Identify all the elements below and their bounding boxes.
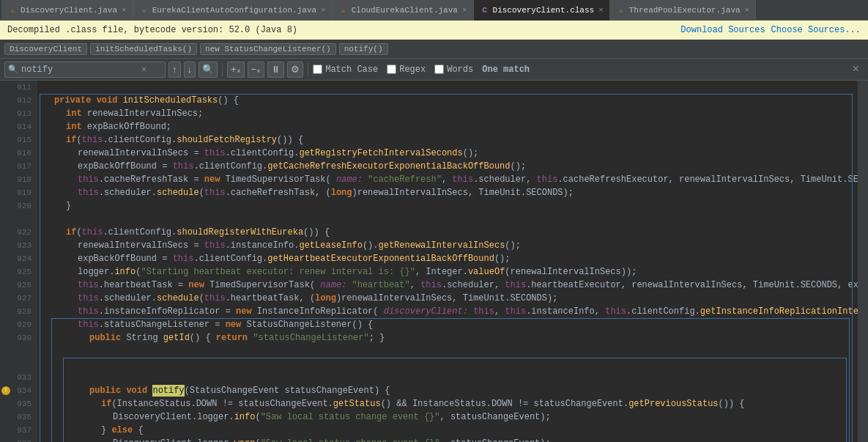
code-line-932 — [37, 358, 858, 371]
info-message: Decompiled .class file, bytecode version… — [7, 25, 297, 35]
code-line-918: this.cacheRefreshTask = new TimedSupervi… — [37, 173, 858, 186]
code-line-937: } else { — [37, 424, 858, 437]
search-next-button[interactable]: ↓ — [184, 62, 196, 78]
match-info: One match — [482, 65, 530, 75]
search-prev-button[interactable]: ↑ — [168, 62, 181, 78]
tab-label: DiscoveryClient.class — [493, 6, 595, 15]
line-num-934: ! 934 — [0, 384, 36, 397]
code-line-930: public String getId() { return "statusCh… — [37, 331, 858, 345]
search-pause-icon[interactable]: ⏸ — [267, 62, 284, 78]
code-line-913: int renewalIntervalInSecs; — [37, 107, 858, 120]
code-line-926: this.heartbeatTask = new TimedSupervisor… — [37, 279, 858, 292]
line-num-919: 919 — [0, 186, 36, 199]
code-line-920: } — [37, 199, 858, 213]
code-line-931 — [37, 345, 858, 358]
code-area: 911 912 913 914 915 916 917 918 919 920 … — [0, 81, 868, 442]
code-line-916: renewalIntervalInSecs = this.clientConfi… — [37, 147, 858, 160]
tab-label: CloudEurekaClient.java — [352, 6, 458, 15]
code-line-922: if(this.clientConfig.shouldRegisterWithE… — [37, 226, 858, 239]
line-num-931 — [0, 345, 36, 358]
line-num-916: 916 — [0, 147, 36, 160]
match-case-checkbox[interactable] — [313, 65, 322, 74]
tab-label: ThreadPoolExecutor.java — [629, 6, 741, 15]
code-line-929: this.statusChangeListener = new StatusCh… — [37, 318, 858, 331]
line-num-933: 933 — [0, 371, 36, 384]
tab-close-icon[interactable]: × — [598, 6, 604, 15]
breadcrumb-bar: DiscoveryClient initScheduledTasks() new… — [0, 40, 868, 59]
search-settings-icon[interactable]: ⚙ — [287, 62, 303, 78]
search-input[interactable] — [21, 65, 138, 75]
regex-checkbox[interactable] — [387, 65, 396, 74]
code-line-915: if(this.clientConfig.shouldFetchRegistry… — [37, 133, 858, 147]
code-line-925: logger.info("Starting heartbeat executor… — [37, 265, 858, 279]
tab-discovery-client-class[interactable]: C DiscoveryClient.class × — [474, 0, 610, 21]
search-find-button[interactable]: 🔍 — [199, 62, 218, 78]
tab-discovery-client-java[interactable]: ☕ DiscoveryClient.java × — [1, 0, 133, 21]
line-num-926: 926 — [0, 279, 36, 292]
search-add-icon[interactable]: +ₓ — [227, 62, 245, 78]
code-line-927: this.scheduler.schedule(this.heartbeatTa… — [37, 292, 858, 305]
search-separator — [222, 63, 223, 76]
code-line-924: expBackOffBound = this.clientConfig.getH… — [37, 252, 858, 265]
match-case-option[interactable]: Match Case — [313, 65, 378, 75]
download-sources-link[interactable]: Download Sources — [680, 25, 765, 35]
breadcrumb-init-scheduled-tasks[interactable]: initScheduledTasks() — [90, 43, 197, 55]
breadcrumb-discovery-client[interactable]: DiscoveryClient — [4, 43, 87, 55]
tab-label: DiscoveryClient.java — [21, 6, 117, 15]
tab-eureka-auto-config[interactable]: ☕ EurekaClientAutoConfiguration.java × — [133, 0, 333, 21]
match-case-label: Match Case — [325, 65, 378, 75]
code-line-933 — [37, 371, 858, 384]
code-line-935: if(InstanceStatus.DOWN != statusChangeEv… — [37, 397, 858, 410]
info-bar: Decompiled .class file, bytecode version… — [0, 21, 868, 40]
search-separator2 — [308, 63, 308, 76]
search-remove-icon[interactable]: −ₓ — [248, 62, 265, 78]
vertical-scrollbar[interactable] — [858, 81, 868, 442]
breadcrumb-new-status-listener[interactable]: new StatusChangeListener() — [200, 43, 336, 55]
line-num-935: 935 — [0, 397, 36, 410]
tab-close-icon[interactable]: × — [321, 6, 326, 15]
choose-sources-link[interactable]: Choose Sources... — [771, 25, 861, 35]
line-num-929: 929 — [0, 318, 36, 331]
code-line-919: this.scheduler.schedule(this.cacheRefres… — [37, 186, 858, 199]
line-num-912: 912 — [0, 94, 36, 107]
search-input-container: 🔍 ✕ — [4, 62, 166, 78]
code-line-912: private void initScheduledTasks() { — [37, 94, 858, 107]
line-num-914: 914 — [0, 120, 36, 133]
line-num-937: 937 — [0, 424, 36, 437]
code-content: private void initScheduledTasks() { int … — [37, 81, 858, 442]
java-icon: ☕ — [616, 5, 626, 15]
line-num-917: 917 — [0, 160, 36, 173]
tab-close-icon[interactable]: × — [745, 6, 750, 15]
line-num-911: 911 — [0, 81, 36, 94]
words-option[interactable]: Words — [434, 65, 473, 75]
words-checkbox[interactable] — [434, 65, 444, 74]
line-num-925: 925 — [0, 265, 36, 279]
line-num-930: 930 — [0, 331, 36, 345]
line-num-915: 915 — [0, 133, 36, 147]
tab-label: EurekaClientAutoConfiguration.java — [152, 6, 316, 15]
line-num-913: 913 — [0, 107, 36, 120]
tab-close-icon[interactable]: × — [462, 6, 467, 15]
code-line-936: DiscoveryClient.logger.info("Saw local s… — [37, 410, 858, 424]
code-line-914: int expBackOffBound; — [37, 120, 858, 133]
tab-cloud-eureka-client[interactable]: ☕ CloudEurekaClient.java × — [333, 0, 474, 21]
line-num-922: 922 — [0, 226, 36, 239]
java-icon: ☕ — [338, 5, 349, 15]
search-icon: 🔍 — [8, 65, 18, 74]
code-line-923: renewalIntervalInSecs = this.instanceInf… — [37, 239, 858, 252]
breadcrumb-notify[interactable]: notify() — [339, 43, 388, 55]
code-line-921 — [37, 213, 858, 226]
regex-option[interactable]: Regex — [387, 65, 426, 75]
line-num-918: 918 — [0, 173, 36, 186]
regex-label: Regex — [399, 65, 426, 75]
tab-close-icon[interactable]: × — [122, 6, 127, 15]
line-num-928: 928 — [0, 305, 36, 318]
search-close-icon[interactable]: × — [852, 63, 864, 76]
tab-threadpool-executor[interactable]: ☕ ThreadPoolExecutor.java × — [610, 0, 756, 21]
line-num-932 — [0, 358, 36, 371]
line-num-920: 920 — [0, 199, 36, 213]
line-num-938: 938 — [0, 437, 36, 442]
search-clear-icon[interactable]: ✕ — [141, 64, 146, 75]
line-num-936: 936 — [0, 410, 36, 424]
code-line-938: DiscoveryClient.logger.warn("Saw local s… — [37, 437, 858, 442]
